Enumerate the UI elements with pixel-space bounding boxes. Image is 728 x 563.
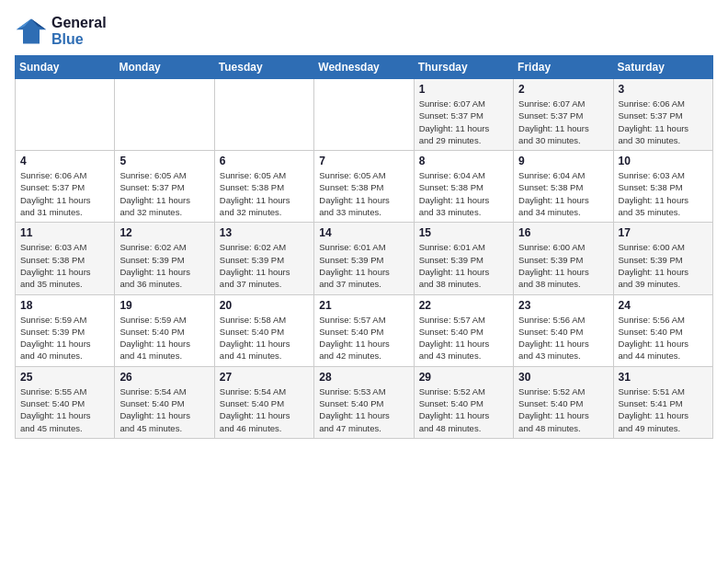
day-info: Sunrise: 6:04 AM Sunset: 5:38 PM Dayligh… bbox=[518, 169, 608, 218]
logo-icon bbox=[15, 15, 48, 48]
day-info: Sunrise: 6:05 AM Sunset: 5:38 PM Dayligh… bbox=[220, 169, 309, 218]
day-number: 9 bbox=[518, 155, 608, 167]
calendar-day-cell: 25Sunrise: 5:55 AM Sunset: 5:40 PM Dayli… bbox=[16, 366, 115, 438]
calendar-day-cell: 5Sunrise: 6:05 AM Sunset: 5:37 PM Daylig… bbox=[115, 151, 214, 223]
day-info: Sunrise: 6:04 AM Sunset: 5:38 PM Dayligh… bbox=[419, 169, 508, 218]
day-number: 22 bbox=[419, 299, 508, 312]
calendar-day-cell: 9Sunrise: 6:04 AM Sunset: 5:38 PM Daylig… bbox=[514, 151, 613, 223]
calendar-day-cell: 15Sunrise: 6:01 AM Sunset: 5:39 PM Dayli… bbox=[414, 223, 513, 294]
calendar-day-cell: 14Sunrise: 6:01 AM Sunset: 5:39 PM Dayli… bbox=[314, 223, 414, 294]
calendar-day-cell: 2Sunrise: 6:07 AM Sunset: 5:37 PM Daylig… bbox=[514, 79, 613, 151]
day-number: 20 bbox=[220, 299, 309, 312]
svg-marker-0 bbox=[17, 19, 46, 44]
logo: General Blue bbox=[15, 15, 107, 48]
day-number: 16 bbox=[518, 226, 608, 239]
calendar-day-cell: 7Sunrise: 6:05 AM Sunset: 5:38 PM Daylig… bbox=[314, 151, 414, 223]
day-number: 5 bbox=[119, 155, 209, 167]
day-number: 12 bbox=[119, 226, 209, 239]
day-info: Sunrise: 5:57 AM Sunset: 5:40 PM Dayligh… bbox=[319, 314, 408, 362]
calendar-week-row: 11Sunrise: 6:03 AM Sunset: 5:38 PM Dayli… bbox=[16, 223, 713, 294]
day-info: Sunrise: 5:57 AM Sunset: 5:40 PM Dayligh… bbox=[419, 314, 508, 362]
day-number: 6 bbox=[220, 155, 309, 167]
day-info: Sunrise: 5:59 AM Sunset: 5:39 PM Dayligh… bbox=[20, 314, 109, 362]
calendar-week-row: 18Sunrise: 5:59 AM Sunset: 5:39 PM Dayli… bbox=[16, 294, 713, 366]
calendar-day-cell: 24Sunrise: 5:56 AM Sunset: 5:40 PM Dayli… bbox=[613, 294, 712, 366]
day-number: 3 bbox=[619, 83, 708, 96]
day-number: 29 bbox=[419, 371, 508, 384]
calendar-empty-cell bbox=[115, 79, 214, 151]
day-number: 24 bbox=[619, 299, 708, 312]
day-info: Sunrise: 6:01 AM Sunset: 5:39 PM Dayligh… bbox=[419, 241, 508, 290]
calendar-day-cell: 1Sunrise: 6:07 AM Sunset: 5:37 PM Daylig… bbox=[414, 79, 513, 151]
day-info: Sunrise: 5:54 AM Sunset: 5:40 PM Dayligh… bbox=[220, 385, 309, 434]
day-info: Sunrise: 5:56 AM Sunset: 5:40 PM Dayligh… bbox=[518, 314, 608, 362]
day-info: Sunrise: 6:00 AM Sunset: 5:39 PM Dayligh… bbox=[518, 241, 608, 290]
day-info: Sunrise: 5:52 AM Sunset: 5:40 PM Dayligh… bbox=[419, 385, 508, 434]
calendar-day-cell: 3Sunrise: 6:06 AM Sunset: 5:37 PM Daylig… bbox=[613, 79, 712, 151]
calendar-day-cell: 17Sunrise: 6:00 AM Sunset: 5:39 PM Dayli… bbox=[613, 223, 712, 294]
day-number: 8 bbox=[419, 155, 508, 167]
calendar-day-cell: 21Sunrise: 5:57 AM Sunset: 5:40 PM Dayli… bbox=[314, 294, 414, 366]
day-info: Sunrise: 6:03 AM Sunset: 5:38 PM Dayligh… bbox=[619, 169, 708, 218]
page-header: General Blue bbox=[15, 15, 713, 48]
day-number: 1 bbox=[419, 83, 508, 96]
day-number: 7 bbox=[319, 155, 408, 167]
calendar-table: SundayMondayTuesdayWednesdayThursdayFrid… bbox=[15, 55, 713, 439]
day-number: 30 bbox=[518, 371, 608, 384]
day-info: Sunrise: 5:54 AM Sunset: 5:40 PM Dayligh… bbox=[119, 385, 209, 434]
weekday-header-thursday: Thursday bbox=[414, 56, 513, 79]
day-number: 21 bbox=[319, 299, 408, 312]
day-number: 4 bbox=[20, 155, 109, 167]
day-number: 25 bbox=[20, 371, 109, 384]
calendar-empty-cell bbox=[214, 79, 313, 151]
day-number: 10 bbox=[619, 155, 708, 167]
day-number: 13 bbox=[220, 226, 309, 239]
day-number: 15 bbox=[419, 226, 508, 239]
day-number: 11 bbox=[20, 226, 109, 239]
day-info: Sunrise: 5:58 AM Sunset: 5:40 PM Dayligh… bbox=[220, 314, 309, 362]
calendar-day-cell: 22Sunrise: 5:57 AM Sunset: 5:40 PM Dayli… bbox=[414, 294, 513, 366]
calendar-day-cell: 29Sunrise: 5:52 AM Sunset: 5:40 PM Dayli… bbox=[414, 366, 513, 438]
day-info: Sunrise: 5:56 AM Sunset: 5:40 PM Dayligh… bbox=[619, 314, 708, 362]
calendar-empty-cell bbox=[314, 79, 414, 151]
weekday-header-wednesday: Wednesday bbox=[314, 56, 414, 79]
weekday-header-sunday: Sunday bbox=[16, 56, 115, 79]
calendar-week-row: 25Sunrise: 5:55 AM Sunset: 5:40 PM Dayli… bbox=[16, 366, 713, 438]
day-number: 26 bbox=[119, 371, 209, 384]
day-info: Sunrise: 6:02 AM Sunset: 5:39 PM Dayligh… bbox=[119, 241, 209, 290]
calendar-day-cell: 18Sunrise: 5:59 AM Sunset: 5:39 PM Dayli… bbox=[16, 294, 115, 366]
calendar-week-row: 4Sunrise: 6:06 AM Sunset: 5:37 PM Daylig… bbox=[16, 151, 713, 223]
weekday-header-friday: Friday bbox=[514, 56, 613, 79]
weekday-header-monday: Monday bbox=[115, 56, 214, 79]
day-info: Sunrise: 6:07 AM Sunset: 5:37 PM Dayligh… bbox=[419, 98, 508, 146]
calendar-day-cell: 8Sunrise: 6:04 AM Sunset: 5:38 PM Daylig… bbox=[414, 151, 513, 223]
calendar-day-cell: 13Sunrise: 6:02 AM Sunset: 5:39 PM Dayli… bbox=[214, 223, 313, 294]
calendar-day-cell: 20Sunrise: 5:58 AM Sunset: 5:40 PM Dayli… bbox=[214, 294, 313, 366]
weekday-header-saturday: Saturday bbox=[613, 56, 712, 79]
day-info: Sunrise: 6:06 AM Sunset: 5:37 PM Dayligh… bbox=[20, 169, 109, 218]
calendar-day-cell: 12Sunrise: 6:02 AM Sunset: 5:39 PM Dayli… bbox=[115, 223, 214, 294]
calendar-day-cell: 11Sunrise: 6:03 AM Sunset: 5:38 PM Dayli… bbox=[16, 223, 115, 294]
day-number: 2 bbox=[518, 83, 608, 96]
day-number: 17 bbox=[619, 226, 708, 239]
day-number: 18 bbox=[20, 299, 109, 312]
day-number: 14 bbox=[319, 226, 408, 239]
day-number: 31 bbox=[619, 371, 708, 384]
calendar-day-cell: 27Sunrise: 5:54 AM Sunset: 5:40 PM Dayli… bbox=[214, 366, 313, 438]
day-number: 28 bbox=[319, 371, 408, 384]
day-info: Sunrise: 5:51 AM Sunset: 5:41 PM Dayligh… bbox=[619, 385, 708, 434]
calendar-day-cell: 10Sunrise: 6:03 AM Sunset: 5:38 PM Dayli… bbox=[613, 151, 712, 223]
weekday-header-tuesday: Tuesday bbox=[214, 56, 313, 79]
day-info: Sunrise: 6:06 AM Sunset: 5:37 PM Dayligh… bbox=[619, 98, 708, 146]
calendar-day-cell: 26Sunrise: 5:54 AM Sunset: 5:40 PM Dayli… bbox=[115, 366, 214, 438]
day-number: 27 bbox=[220, 371, 309, 384]
calendar-week-row: 1Sunrise: 6:07 AM Sunset: 5:37 PM Daylig… bbox=[16, 79, 713, 151]
logo-text: General Blue bbox=[51, 15, 107, 48]
calendar-day-cell: 23Sunrise: 5:56 AM Sunset: 5:40 PM Dayli… bbox=[514, 294, 613, 366]
day-info: Sunrise: 6:05 AM Sunset: 5:37 PM Dayligh… bbox=[119, 169, 209, 218]
calendar-day-cell: 16Sunrise: 6:00 AM Sunset: 5:39 PM Dayli… bbox=[514, 223, 613, 294]
day-info: Sunrise: 5:52 AM Sunset: 5:40 PM Dayligh… bbox=[518, 385, 608, 434]
calendar-day-cell: 4Sunrise: 6:06 AM Sunset: 5:37 PM Daylig… bbox=[16, 151, 115, 223]
day-info: Sunrise: 5:55 AM Sunset: 5:40 PM Dayligh… bbox=[20, 385, 109, 434]
day-info: Sunrise: 6:02 AM Sunset: 5:39 PM Dayligh… bbox=[220, 241, 309, 290]
